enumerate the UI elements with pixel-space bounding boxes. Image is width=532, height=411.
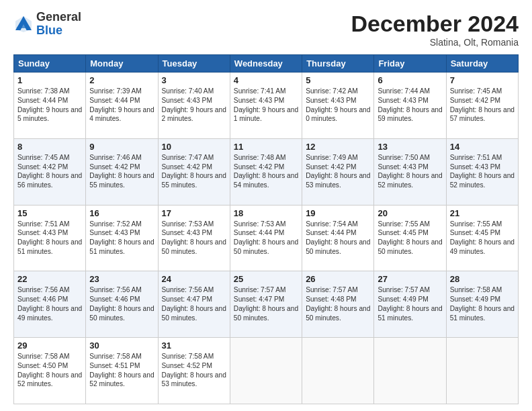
day-detail: Sunrise: 7:47 AMSunset: 4:42 PMDaylight:… xyxy=(162,154,226,189)
day-number: 17 xyxy=(162,208,226,218)
table-row: 14Sunrise: 7:51 AMSunset: 4:43 PMDayligh… xyxy=(446,138,518,205)
table-row: 24Sunrise: 7:56 AMSunset: 4:47 PMDayligh… xyxy=(158,271,230,338)
day-number: 30 xyxy=(89,340,154,351)
day-detail: Sunrise: 7:41 AMSunset: 4:43 PMDaylight:… xyxy=(234,87,298,122)
day-number: 10 xyxy=(162,142,226,152)
day-detail: Sunrise: 7:52 AMSunset: 4:43 PMDaylight:… xyxy=(89,220,154,255)
table-row: 1Sunrise: 7:38 AMSunset: 4:44 PMDaylight… xyxy=(14,73,86,139)
col-saturday: Saturday xyxy=(446,55,518,73)
day-detail: Sunrise: 7:49 AMSunset: 4:42 PMDaylight:… xyxy=(306,154,370,189)
day-detail: Sunrise: 7:55 AMSunset: 4:45 PMDaylight:… xyxy=(378,220,442,255)
day-detail: Sunrise: 7:48 AMSunset: 4:42 PMDaylight:… xyxy=(234,154,298,189)
table-row: 16Sunrise: 7:52 AMSunset: 4:43 PMDayligh… xyxy=(86,205,158,271)
day-detail: Sunrise: 7:50 AMSunset: 4:43 PMDaylight:… xyxy=(378,154,442,189)
day-number: 21 xyxy=(450,208,515,218)
table-row xyxy=(230,338,302,404)
day-detail: Sunrise: 7:56 AMSunset: 4:46 PMDaylight:… xyxy=(89,286,154,321)
day-number: 13 xyxy=(378,142,442,152)
table-row: 7Sunrise: 7:45 AMSunset: 4:42 PMDaylight… xyxy=(446,73,518,139)
day-detail: Sunrise: 7:44 AMSunset: 4:43 PMDaylight:… xyxy=(378,87,442,122)
table-row xyxy=(374,338,446,404)
day-detail: Sunrise: 7:51 AMSunset: 4:43 PMDaylight:… xyxy=(450,154,515,189)
day-detail: Sunrise: 7:58 AMSunset: 4:51 PMDaylight:… xyxy=(89,353,154,387)
col-friday: Friday xyxy=(374,55,446,73)
day-number: 1 xyxy=(17,75,82,85)
day-number: 5 xyxy=(306,75,370,85)
day-number: 16 xyxy=(89,208,154,218)
day-number: 22 xyxy=(17,274,82,284)
table-row: 23Sunrise: 7:56 AMSunset: 4:46 PMDayligh… xyxy=(86,271,158,338)
day-detail: Sunrise: 7:53 AMSunset: 4:44 PMDaylight:… xyxy=(234,220,298,255)
table-row: 11Sunrise: 7:48 AMSunset: 4:42 PMDayligh… xyxy=(230,138,302,205)
day-number: 19 xyxy=(306,208,370,218)
table-row xyxy=(302,338,374,404)
day-detail: Sunrise: 7:57 AMSunset: 4:49 PMDaylight:… xyxy=(378,286,442,321)
col-monday: Monday xyxy=(86,55,158,73)
day-detail: Sunrise: 7:42 AMSunset: 4:43 PMDaylight:… xyxy=(306,87,370,122)
day-number: 23 xyxy=(89,274,154,284)
day-number: 27 xyxy=(378,274,442,284)
table-row: 19Sunrise: 7:54 AMSunset: 4:44 PMDayligh… xyxy=(302,205,374,271)
table-row: 27Sunrise: 7:57 AMSunset: 4:49 PMDayligh… xyxy=(374,271,446,338)
col-wednesday: Wednesday xyxy=(230,55,302,73)
table-row: 2Sunrise: 7:39 AMSunset: 4:44 PMDaylight… xyxy=(86,73,158,139)
table-row: 15Sunrise: 7:51 AMSunset: 4:43 PMDayligh… xyxy=(14,205,86,271)
month-title: December 2024 xyxy=(351,11,519,37)
col-tuesday: Tuesday xyxy=(158,55,230,73)
location-subtitle: Slatina, Olt, Romania xyxy=(351,37,519,48)
day-number: 14 xyxy=(450,142,515,152)
table-row: 20Sunrise: 7:55 AMSunset: 4:45 PMDayligh… xyxy=(374,205,446,271)
table-row: 17Sunrise: 7:53 AMSunset: 4:43 PMDayligh… xyxy=(158,205,230,271)
col-thursday: Thursday xyxy=(302,55,374,73)
table-row xyxy=(446,338,518,404)
day-number: 4 xyxy=(234,75,298,85)
day-number: 8 xyxy=(17,142,82,152)
day-detail: Sunrise: 7:58 AMSunset: 4:49 PMDaylight:… xyxy=(450,286,515,321)
day-detail: Sunrise: 7:55 AMSunset: 4:45 PMDaylight:… xyxy=(450,220,515,255)
logo: General Blue xyxy=(13,11,81,38)
calendar-header-row: Sunday Monday Tuesday Wednesday Thursday… xyxy=(14,55,519,73)
day-detail: Sunrise: 7:57 AMSunset: 4:48 PMDaylight:… xyxy=(306,286,370,321)
title-section: December 2024 Slatina, Olt, Romania xyxy=(351,11,519,48)
day-number: 9 xyxy=(89,142,154,152)
day-number: 26 xyxy=(306,274,370,284)
table-row: 9Sunrise: 7:46 AMSunset: 4:42 PMDaylight… xyxy=(86,138,158,205)
table-row: 4Sunrise: 7:41 AMSunset: 4:43 PMDaylight… xyxy=(230,73,302,139)
day-detail: Sunrise: 7:45 AMSunset: 4:42 PMDaylight:… xyxy=(17,154,82,189)
day-detail: Sunrise: 7:53 AMSunset: 4:43 PMDaylight:… xyxy=(162,220,226,255)
day-number: 12 xyxy=(306,142,370,152)
day-detail: Sunrise: 7:39 AMSunset: 4:44 PMDaylight:… xyxy=(89,87,154,122)
day-detail: Sunrise: 7:58 AMSunset: 4:52 PMDaylight:… xyxy=(162,353,226,387)
table-row: 29Sunrise: 7:58 AMSunset: 4:50 PMDayligh… xyxy=(14,338,86,404)
day-detail: Sunrise: 7:57 AMSunset: 4:47 PMDaylight:… xyxy=(234,286,298,321)
page: General Blue December 2024 Slatina, Olt,… xyxy=(0,0,532,411)
day-detail: Sunrise: 7:45 AMSunset: 4:42 PMDaylight:… xyxy=(450,87,515,122)
day-number: 7 xyxy=(450,75,515,85)
day-detail: Sunrise: 7:40 AMSunset: 4:43 PMDaylight:… xyxy=(162,87,226,122)
col-sunday: Sunday xyxy=(14,55,86,73)
day-number: 6 xyxy=(378,75,442,85)
table-row: 28Sunrise: 7:58 AMSunset: 4:49 PMDayligh… xyxy=(446,271,518,338)
day-number: 28 xyxy=(450,274,515,284)
day-detail: Sunrise: 7:51 AMSunset: 4:43 PMDaylight:… xyxy=(17,220,82,255)
logo-text: General Blue xyxy=(36,11,81,38)
table-row: 6Sunrise: 7:44 AMSunset: 4:43 PMDaylight… xyxy=(374,73,446,139)
day-detail: Sunrise: 7:58 AMSunset: 4:50 PMDaylight:… xyxy=(17,353,82,387)
table-row: 25Sunrise: 7:57 AMSunset: 4:47 PMDayligh… xyxy=(230,271,302,338)
table-row: 30Sunrise: 7:58 AMSunset: 4:51 PMDayligh… xyxy=(86,338,158,404)
table-row: 21Sunrise: 7:55 AMSunset: 4:45 PMDayligh… xyxy=(446,205,518,271)
day-detail: Sunrise: 7:56 AMSunset: 4:46 PMDaylight:… xyxy=(17,286,82,321)
table-row: 31Sunrise: 7:58 AMSunset: 4:52 PMDayligh… xyxy=(158,338,230,404)
logo-blue: Blue xyxy=(36,24,62,37)
day-number: 3 xyxy=(162,75,226,85)
day-detail: Sunrise: 7:46 AMSunset: 4:42 PMDaylight:… xyxy=(89,154,154,189)
day-number: 18 xyxy=(234,208,298,218)
day-detail: Sunrise: 7:56 AMSunset: 4:47 PMDaylight:… xyxy=(162,286,226,321)
table-row: 12Sunrise: 7:49 AMSunset: 4:42 PMDayligh… xyxy=(302,138,374,205)
day-number: 24 xyxy=(162,274,226,284)
table-row: 10Sunrise: 7:47 AMSunset: 4:42 PMDayligh… xyxy=(158,138,230,205)
calendar-table: Sunday Monday Tuesday Wednesday Thursday… xyxy=(13,54,519,404)
table-row: 18Sunrise: 7:53 AMSunset: 4:44 PMDayligh… xyxy=(230,205,302,271)
day-detail: Sunrise: 7:54 AMSunset: 4:44 PMDaylight:… xyxy=(306,220,370,255)
table-row: 5Sunrise: 7:42 AMSunset: 4:43 PMDaylight… xyxy=(302,73,374,139)
